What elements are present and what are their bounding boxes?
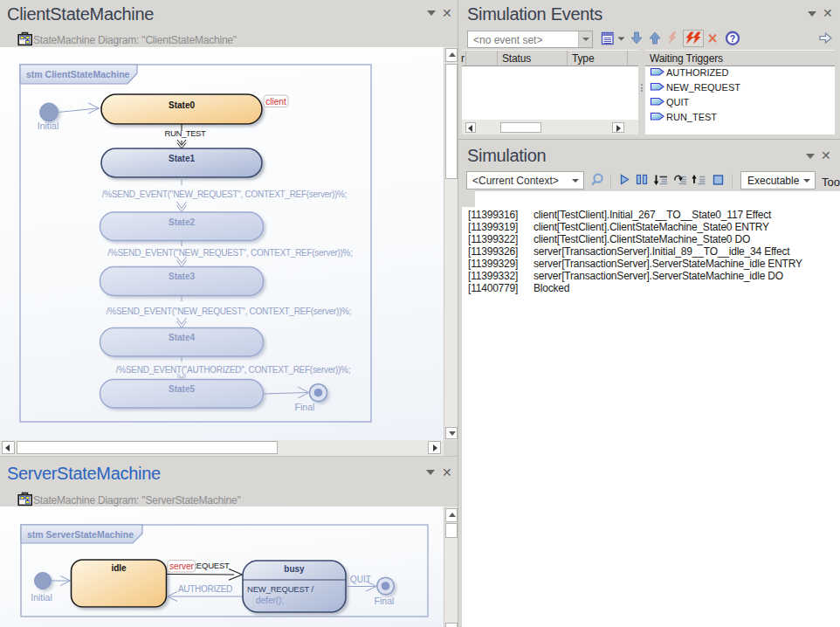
svg-text:Final: Final	[295, 402, 315, 412]
svg-text:QUIT: QUIT	[666, 97, 690, 107]
svg-text:Final: Final	[375, 596, 395, 606]
svg-text:Initial: Initial	[31, 592, 52, 603]
svg-text:/%SEND_EVENT("NEW_REQUEST", CO: /%SEND_EVENT("NEW_REQUEST", CONTEXT_REF(…	[102, 189, 347, 199]
svg-text:/%SEND_EVENT("NEW_REQUEST", CO: /%SEND_EVENT("NEW_REQUEST", CONTEXT_REF(…	[107, 307, 351, 316]
svg-text:/%SEND_EVENT("NEW_REQUEST", CO: /%SEND_EVENT("NEW_REQUEST", CONTEXT_REF(…	[107, 248, 352, 258]
svg-text:State3: State3	[169, 272, 195, 281]
svg-text:State2: State2	[169, 217, 195, 227]
svg-text:busy: busy	[284, 564, 305, 574]
svg-text:State1: State1	[169, 154, 195, 163]
svg-text:RUN_TEST: RUN_TEST	[165, 128, 207, 138]
svg-text:RUN_TEST: RUN_TEST	[666, 112, 717, 122]
svg-text:NEW_REQUEST: NEW_REQUEST	[666, 82, 740, 93]
svg-text:stm ClientStateMachine: stm ClientStateMachine	[26, 69, 130, 79]
svg-text:stm ServerStateMachine: stm ServerStateMachine	[27, 529, 134, 540]
svg-text:client: client	[265, 97, 286, 107]
svg-text:NEW_REQUEST /: NEW_REQUEST /	[247, 584, 313, 594]
svg-text:State4: State4	[169, 333, 195, 342]
svg-text:QUIT: QUIT	[350, 575, 371, 584]
svg-text:AUTHORIZED: AUTHORIZED	[666, 67, 729, 78]
svg-text:State5: State5	[169, 384, 195, 394]
svg-text:State0: State0	[169, 100, 195, 110]
svg-text:Initial: Initial	[38, 121, 59, 131]
svg-text:defer();: defer();	[256, 596, 284, 605]
svg-text:?: ?	[730, 33, 735, 44]
svg-text:/%SEND_EVENT("AUTHORIZED", CON: /%SEND_EVENT("AUTHORIZED", CONTEXT_REF(s…	[116, 365, 350, 375]
svg-text:server: server	[169, 562, 194, 571]
svg-text:idle: idle	[111, 563, 127, 573]
svg-text:AUTHORIZED: AUTHORIZED	[178, 584, 232, 594]
